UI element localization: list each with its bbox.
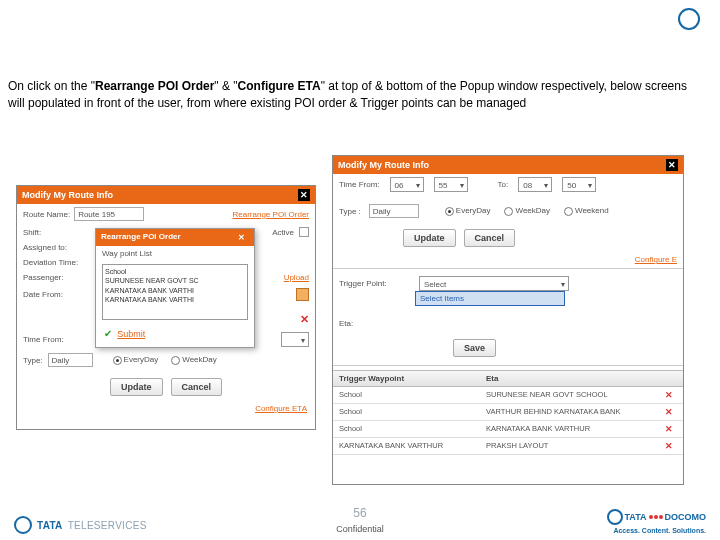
remove-icon[interactable]: ✕ (300, 313, 309, 326)
update-button[interactable]: Update (110, 378, 163, 396)
description-text: On click on the "Rearrange POI Order" & … (8, 78, 700, 113)
type-input[interactable]: Daily (369, 204, 419, 218)
popup-title: Modify My Route Info (22, 190, 113, 200)
rearrange-subpopup: Rearrange POI Order ✕ Way point List Sch… (95, 228, 255, 348)
trigger-point-label: Trigger Point: (339, 279, 414, 288)
subpopup-titlebar: Rearrange POI Order ✕ (96, 229, 254, 246)
active-label: Active (272, 228, 294, 237)
table-body: SchoolSURUNESE NEAR GOVT SCHOOL✕SchoolVA… (333, 387, 683, 455)
waypoint-list-header: Way point List (96, 246, 254, 258)
tata-teleservices-logo: TATA TELESERVICES (14, 516, 147, 534)
table-row: KARNATAKA BANK VARTHURPRAKSH LAYOUT✕ (333, 438, 683, 455)
trigger-point-select[interactable]: Select (419, 276, 569, 291)
type-row: Type: Daily EveryDay WeekDay (17, 350, 315, 370)
time-from-label: Time From: (23, 335, 64, 344)
delete-row-icon[interactable]: ✕ (655, 387, 683, 403)
close-icon[interactable]: ✕ (238, 232, 249, 243)
tata-docomo-logo: TATA DOCOMO Access. Content. Solutions. (607, 509, 707, 534)
col-eta: Eta (480, 371, 655, 386)
upload-link[interactable]: Upload (284, 273, 309, 282)
time-select[interactable] (281, 332, 309, 347)
col-trigger-waypoint: Trigger Waypoint (333, 371, 480, 386)
screenshot-rearrange: Modify My Route Info ✕ Route Name: Route… (16, 185, 316, 430)
type-label: Type: (23, 356, 43, 365)
table-row: SchoolSURUNESE NEAR GOVT SCHOOL✕ (333, 387, 683, 404)
radio-weekday[interactable] (504, 207, 513, 216)
min-from-select[interactable]: 55 (434, 177, 468, 192)
configure-eta-link[interactable]: Configure ETA (255, 404, 307, 413)
screenshots-row: Modify My Route Info ✕ Route Name: Route… (16, 175, 704, 485)
close-icon[interactable]: ✕ (666, 159, 678, 171)
radio-weekend[interactable] (564, 207, 573, 216)
date-from-label: Date From: (23, 290, 63, 299)
screenshot-configure-eta: Modify My Route Info ✕ Time From: 06 55 … (332, 155, 684, 485)
min-to-select[interactable]: 50 (562, 177, 596, 192)
deviation-label: Deviation Time: (23, 258, 78, 267)
route-name-row: Route Name: Route 195 Rearrange POI Orde… (17, 204, 315, 224)
table-row: SchoolKARNATAKA BANK VARTHUR✕ (333, 421, 683, 438)
eta-label: Eta: (339, 319, 414, 328)
configure-eta-link[interactable]: Configure E (635, 255, 677, 264)
table-header: Trigger Waypoint Eta (333, 370, 683, 387)
popup-titlebar: Modify My Route Info ✕ (333, 156, 683, 174)
shift-label: Shift: (23, 228, 41, 237)
tata-logo-top (678, 8, 706, 30)
route-name-label: Route Name: (23, 210, 70, 219)
hour-from-select[interactable]: 06 (390, 177, 424, 192)
active-checkbox[interactable] (299, 227, 309, 237)
assigned-label: Assigned to: (23, 243, 67, 252)
calendar-icon[interactable] (296, 288, 309, 301)
table-row: SchoolVARTHUR BEHIND KARNATAKA BANK✕ (333, 404, 683, 421)
update-button[interactable]: Update (403, 229, 456, 247)
radio-everyday[interactable] (445, 207, 454, 216)
hour-to-select[interactable]: 08 (518, 177, 552, 192)
button-row: Update Cancel (17, 378, 315, 396)
to-label: To: (498, 180, 509, 189)
radio-weekday[interactable] (171, 356, 180, 365)
check-icon: ✔ (104, 328, 112, 339)
submit-button[interactable]: Submit (117, 329, 145, 339)
cancel-button[interactable]: Cancel (171, 378, 223, 396)
waypoint-listbox[interactable]: School SURUNESE NEAR GOVT SC KARNATAKA B… (102, 264, 248, 320)
subpopup-title: Rearrange POI Order (101, 232, 181, 243)
delete-row-icon[interactable]: ✕ (655, 421, 683, 437)
delete-row-icon[interactable]: ✕ (655, 404, 683, 420)
popup-title: Modify My Route Info (338, 160, 429, 170)
radio-everyday[interactable] (113, 356, 122, 365)
save-button[interactable]: Save (453, 339, 496, 357)
type-input[interactable]: Daily (48, 353, 93, 367)
popup-titlebar: Modify My Route Info ✕ (17, 186, 315, 204)
rearrange-poi-link[interactable]: Rearrange POI Order (233, 210, 309, 219)
cancel-button[interactable]: Cancel (464, 229, 516, 247)
close-icon[interactable]: ✕ (298, 189, 310, 201)
tagline: Access. Content. Solutions. (613, 527, 706, 534)
route-name-input[interactable]: Route 195 (74, 207, 144, 221)
type-label: Type : (339, 207, 361, 216)
delete-row-icon[interactable]: ✕ (655, 438, 683, 454)
time-from-label: Time From: (339, 180, 380, 189)
footer: TATA TELESERVICES TATA DOCOMO Access. Co… (0, 509, 720, 534)
passenger-label: Passenger: (23, 273, 63, 282)
dropdown-open-item[interactable]: Select Items (415, 291, 565, 306)
